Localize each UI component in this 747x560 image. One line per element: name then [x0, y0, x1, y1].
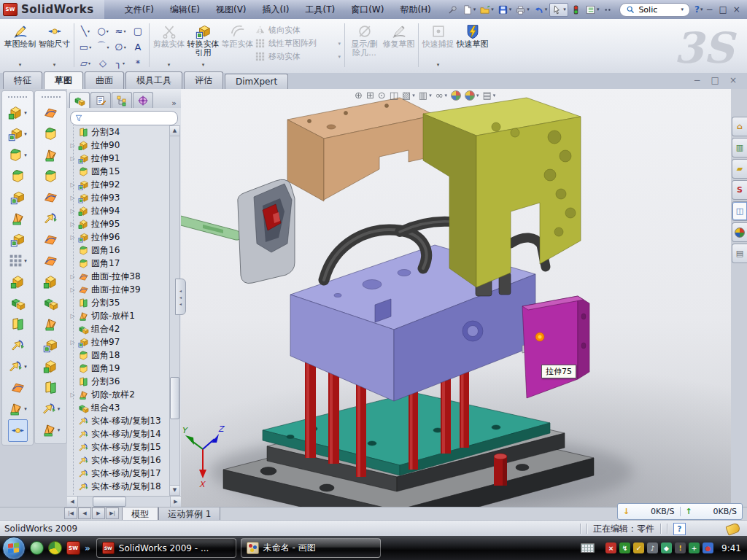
extruded-boss-button[interactable]: ▾ [7, 102, 28, 123]
tree-item[interactable]: ▷曲面-拉伸38 [69, 270, 181, 283]
expand-arrow-icon[interactable]: ▷ [69, 273, 76, 280]
revolve-button[interactable] [42, 123, 60, 144]
feature-filter-input[interactable] [70, 111, 178, 125]
doc-close-button[interactable]: × [729, 75, 737, 85]
chevron-down-icon[interactable]: ▾ [58, 406, 61, 412]
text-button[interactable]: A [129, 39, 147, 55]
scroll-thumb[interactable] [93, 497, 126, 507]
tree-item[interactable]: 分割36 [69, 375, 181, 388]
model-top-plate[interactable] [287, 98, 435, 201]
solidworks-launcher-button[interactable]: SW [66, 541, 80, 555]
tree-item[interactable]: 分割35 [69, 296, 181, 309]
tree-horizontal-scrollbar[interactable]: ◀ ▶ [67, 496, 181, 507]
antivirus-ball-button[interactable] [48, 541, 62, 555]
chevron-down-icon[interactable]: ▾ [473, 7, 476, 12]
help-chevron-icon[interactable]: ▾ [700, 7, 703, 12]
chamfer-button[interactable] [9, 166, 27, 187]
smart-dimension-button[interactable]: 智能尺寸▾ [37, 20, 71, 70]
intersect-button[interactable]: ▾ [7, 356, 28, 377]
scroll-down-arrow[interactable]: ▼ [170, 485, 179, 495]
rib-button[interactable] [9, 271, 27, 292]
tree-item[interactable]: 圆角18 [69, 349, 181, 362]
boundary-button[interactable] [42, 187, 60, 208]
start-button[interactable] [2, 537, 26, 560]
tray-volume-icon[interactable]: ♪ [647, 542, 658, 553]
tray-sync-blocked-icon[interactable]: ● [703, 542, 713, 553]
intersect-2-button[interactable]: ▾ [40, 398, 62, 419]
bend-button[interactable] [42, 314, 60, 335]
undo-button[interactable]: ▾ [532, 4, 549, 16]
task-pane-tab-solidworks-search[interactable]: S [732, 180, 747, 200]
menu-item-3[interactable]: 插入(I) [255, 1, 297, 18]
chevron-down-icon[interactable]: ▾ [123, 28, 125, 34]
quick-tips-button[interactable]: ? [673, 523, 686, 535]
hide-show-items-button[interactable]: ∞▾ [436, 90, 447, 101]
chevron-down-icon[interactable]: ▾ [681, 7, 684, 12]
tree-item[interactable]: 实体-移动/复制14 [69, 427, 181, 440]
expand-arrow-icon[interactable]: ▷ [69, 142, 76, 149]
chevron-down-icon[interactable]: ▾ [24, 406, 27, 412]
tree-item[interactable]: 组合42 [69, 322, 181, 335]
select-button[interactable]: ▾ [549, 3, 568, 17]
taskbar-button-solidworks[interactable]: SWSolidWorks 2009 - ... [96, 538, 236, 558]
quick-launch-expand-icon[interactable]: » [85, 543, 90, 553]
expand-arrow-icon[interactable]: ▷ [69, 208, 76, 214]
display-style-button[interactable]: ▥▾ [419, 90, 432, 101]
helix-spiral-button[interactable]: ▾ [40, 419, 62, 440]
expand-arrow-icon[interactable]: ▷ [69, 182, 76, 188]
tree-item[interactable]: 圆角17 [69, 257, 181, 270]
tree-item[interactable]: ▷拉伸97 [69, 335, 181, 349]
model-gray-clamp[interactable] [238, 179, 295, 283]
doc-restore-button[interactable]: □ [711, 75, 719, 85]
panel-splitter-handle[interactable]: ◂◂◂ [175, 279, 186, 315]
chevron-down-icon[interactable]: ▾ [412, 93, 415, 98]
tab-scroll-button-2[interactable]: ▶ [92, 508, 105, 519]
sweep-button[interactable] [42, 102, 60, 123]
shell-button[interactable] [9, 187, 27, 208]
tab-ribbon-4[interactable]: 评估 [184, 71, 223, 89]
view-settings-button[interactable]: ▤▾ [483, 90, 496, 101]
chevron-down-icon[interactable]: ▾ [53, 61, 56, 70]
magnified-selection-button[interactable]: ⊙ [378, 90, 386, 101]
linear-pattern-button[interactable]: ▾ [7, 250, 28, 271]
tab-ribbon-3[interactable]: 模具工具 [125, 71, 182, 89]
move-copy-bodies-button[interactable] [9, 335, 27, 356]
tray-wireless-warning-icon[interactable]: ! [675, 542, 686, 553]
rebuild-button[interactable] [569, 4, 583, 16]
new-document-button[interactable]: ▾ [460, 4, 478, 16]
select-box-button[interactable]: ▢ [129, 23, 147, 39]
tree-item[interactable]: 圆角16 [69, 244, 181, 257]
print-button[interactable]: ▾ [514, 4, 531, 16]
chevron-down-icon[interactable]: ▾ [563, 7, 566, 12]
chevron-down-icon[interactable]: ▾ [24, 152, 27, 158]
model-red-pin-base[interactable] [494, 454, 507, 486]
freeform-button[interactable] [42, 229, 60, 250]
tree-item[interactable]: ▷拉伸95 [69, 217, 181, 230]
options-button[interactable]: ▾ [584, 4, 601, 16]
tab-ribbon-1[interactable]: 草图 [44, 71, 83, 89]
task-pane-tab-design-library[interactable]: ▥ [732, 138, 747, 158]
chevron-down-icon[interactable]: ▾ [24, 110, 27, 116]
extruded-cut-button[interactable]: ▾ [7, 123, 28, 144]
chevron-down-icon[interactable]: ▾ [24, 258, 27, 264]
tree-item[interactable]: 圆角19 [69, 362, 181, 375]
tab-dimxpert[interactable]: DimXpert [225, 74, 288, 89]
task-pane-tab-file-explorer[interactable]: ▰ [732, 159, 747, 179]
chevron-down-icon[interactable]: ▾ [89, 44, 91, 50]
arc-button[interactable]: ⌒▾ [94, 39, 112, 55]
expand-arrow-icon[interactable]: ▷ [69, 339, 76, 346]
chevron-down-icon[interactable]: ▾ [476, 93, 479, 98]
wrap-button[interactable] [42, 292, 60, 314]
view-orientation-button[interactable]: ▧▾ [402, 90, 415, 101]
curve-button[interactable] [9, 377, 27, 398]
tree-item[interactable]: 实体-移动/复制13 [69, 414, 181, 427]
ellipse-button[interactable]: ∅▾ [112, 39, 129, 55]
task-pane-tab-view-palette[interactable]: ◫ [732, 201, 747, 221]
scroll-right-arrow[interactable]: ▶ [170, 497, 181, 507]
chevron-down-icon[interactable]: ▾ [19, 61, 22, 70]
indent-button[interactable] [42, 356, 60, 377]
chevron-down-icon[interactable]: ▾ [597, 7, 600, 12]
featuremanager-tab[interactable] [69, 92, 90, 108]
chevron-down-icon[interactable]: ▾ [168, 61, 171, 70]
taskbar-clock[interactable]: 9:41 [721, 543, 741, 553]
